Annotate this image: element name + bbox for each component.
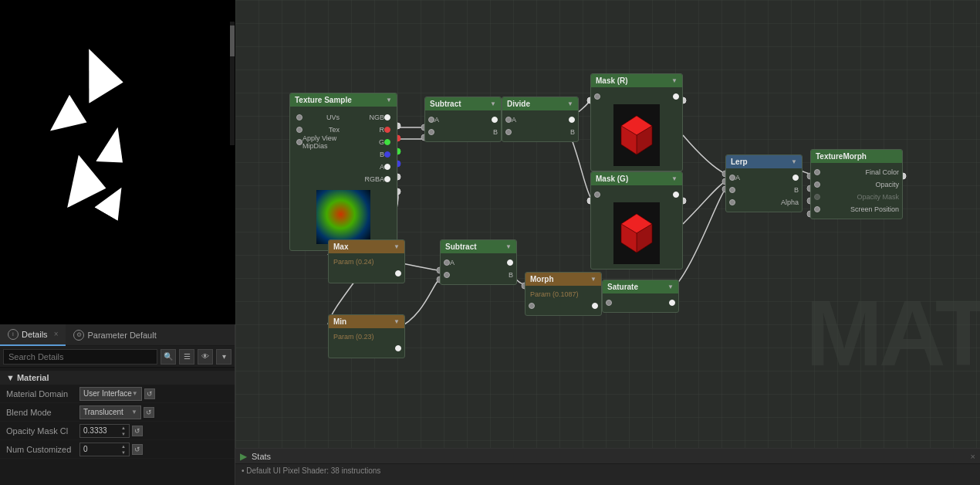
blend-mode-dropdown[interactable]: Translucent ▼ <box>79 405 141 419</box>
morph-pin-om-dot[interactable] <box>814 194 820 200</box>
node-texture-morph-header[interactable]: TextureMorph <box>811 150 902 163</box>
sub2-pin-b: B <box>441 269 516 281</box>
sub2-pin-a-dot[interactable] <box>444 259 450 266</box>
min-out-dot[interactable] <box>395 345 401 351</box>
spinner-up[interactable]: ▲ <box>121 425 126 431</box>
node-lerp[interactable]: Lerp ▼ A B Alpha <box>725 154 803 212</box>
pin-g-dot[interactable] <box>384 139 390 145</box>
node-min-header[interactable]: Min ▼ <box>329 315 404 328</box>
opacity-mask-spinner[interactable]: ▲ ▼ <box>121 425 126 437</box>
divide-pin-a-dot[interactable] <box>505 117 512 123</box>
pin-b-dot[interactable] <box>384 151 390 158</box>
mask-g-out-dot[interactable] <box>673 192 679 198</box>
lerp-pin-a-dot[interactable] <box>729 175 735 181</box>
node-mask-g-header[interactable]: Mask (G) ▼ <box>591 172 682 185</box>
node-subtract-2-header[interactable]: Subtract ▼ <box>441 240 516 253</box>
canvas-area[interactable]: MAT <box>235 0 980 448</box>
mask-r-out-dot[interactable] <box>673 93 679 100</box>
mask-g-input-dot[interactable] <box>594 192 600 198</box>
node-mask-r-header[interactable]: Mask (R) ▼ <box>591 74 682 87</box>
spinner-down[interactable]: ▼ <box>121 431 126 437</box>
node-texture-sample[interactable]: Texture Sample ▼ UVs Tex Apply View Mi <box>289 93 397 251</box>
shape-2 <box>50 93 89 135</box>
mask-r-input-dot[interactable] <box>594 93 600 100</box>
material-domain-dropdown[interactable]: User Interface ▼ <box>79 387 142 401</box>
node-subtract-1-header[interactable]: Subtract ▼ <box>425 97 501 110</box>
sub1-pin-b-dot[interactable] <box>428 129 434 135</box>
sub1-pin-a-dot[interactable] <box>428 117 434 123</box>
node-saturate-header[interactable]: Saturate ▼ <box>603 280 678 293</box>
lerp-out-dot[interactable] <box>792 175 799 181</box>
search-input[interactable] <box>3 349 157 365</box>
node-texture-sample-header[interactable]: Texture Sample ▼ <box>290 93 397 107</box>
node-mask-r[interactable]: Mask (R) ▼ <box>590 73 683 171</box>
morph-arrow[interactable]: ▼ <box>590 276 596 283</box>
node-divide-header[interactable]: Divide ▼ <box>502 97 578 110</box>
divide-out-dot[interactable] <box>569 117 575 123</box>
node-subtract-2[interactable]: Subtract ▼ A B <box>440 239 517 285</box>
shape-1 <box>69 40 131 107</box>
node-min[interactable]: Min ▼ Param (0.23) <box>328 314 405 358</box>
node-morph[interactable]: Morph ▼ Param (0.1087) <box>525 272 602 316</box>
morph-out-dot[interactable] <box>592 303 598 309</box>
pin-ngb-dot[interactable] <box>384 114 390 120</box>
pin-tex-dot[interactable] <box>296 127 302 133</box>
tab-details[interactable]: i Details × <box>0 324 66 346</box>
node-subtract-1[interactable]: Subtract ▼ A B <box>424 97 502 142</box>
mask-r-arrow[interactable]: ▼ <box>671 77 678 84</box>
spinner-up-2[interactable]: ▲ <box>121 443 126 449</box>
node-mask-g[interactable]: Mask (G) ▼ <box>590 171 683 270</box>
eye-button[interactable]: 👁 <box>198 349 213 365</box>
node-lerp-header[interactable]: Lerp ▼ <box>726 155 802 168</box>
lerp-arrow[interactable]: ▼ <box>791 158 797 165</box>
opacity-mask-reset[interactable]: ↺ <box>132 426 143 436</box>
spinner-down-2[interactable]: ▼ <box>121 449 126 456</box>
pin-uvs-dot[interactable] <box>296 114 302 120</box>
tab-details-close[interactable]: × <box>54 330 59 338</box>
morph-pin-op-dot[interactable] <box>814 181 820 188</box>
tab-parameter-default[interactable]: ⚙ Parameter Default <box>66 324 164 346</box>
sub2-pin-b-dot[interactable] <box>444 272 450 278</box>
sub1-out-dot[interactable] <box>492 117 498 123</box>
sub2-out-dot[interactable] <box>507 259 513 266</box>
morph-pin-sp-dot[interactable] <box>814 206 820 212</box>
morph-in-dot[interactable] <box>529 303 535 309</box>
subtract-1-arrow[interactable]: ▼ <box>490 100 496 107</box>
node-texture-morph[interactable]: TextureMorph Final Color Opacity Opacity… <box>810 149 903 219</box>
saturate-arrow[interactable]: ▼ <box>667 283 674 290</box>
max-arrow[interactable]: ▼ <box>394 243 400 250</box>
mask-g-arrow[interactable]: ▼ <box>671 175 678 182</box>
subtract-2-arrow[interactable]: ▼ <box>505 243 512 250</box>
pin-apply-mip-dot[interactable] <box>296 139 302 145</box>
divide-pin-b-dot[interactable] <box>505 129 512 135</box>
scroll-thumb[interactable] <box>230 25 235 56</box>
scroll-indicator[interactable] <box>230 22 235 145</box>
lerp-pin-b-dot[interactable] <box>729 187 735 193</box>
num-customized-input[interactable]: 0 ▲ ▼ <box>79 443 130 456</box>
saturate-in-dot[interactable] <box>606 300 612 306</box>
num-customized-spinner[interactable]: ▲ ▼ <box>121 443 126 456</box>
more-button[interactable]: ▾ <box>216 349 231 365</box>
saturate-out-dot[interactable] <box>669 300 675 306</box>
list-view-button[interactable]: ☰ <box>179 349 194 365</box>
min-arrow[interactable]: ▼ <box>394 318 400 325</box>
pin-a-dot[interactable] <box>384 164 390 170</box>
max-out-dot[interactable] <box>395 270 401 276</box>
stats-close-button[interactable]: × <box>971 452 975 461</box>
morph-pin-fc-dot[interactable] <box>814 169 820 175</box>
pin-rgba-dot[interactable] <box>384 176 390 182</box>
node-max[interactable]: Max ▼ Param (0.24) <box>328 239 405 283</box>
expand-arrow[interactable]: ▼ <box>386 97 392 103</box>
lerp-pin-alpha-dot[interactable] <box>729 199 735 205</box>
material-domain-reset[interactable]: ↺ <box>144 388 155 399</box>
node-max-header[interactable]: Max ▼ <box>329 240 404 253</box>
node-saturate[interactable]: Saturate ▼ <box>602 280 679 313</box>
blend-mode-reset[interactable]: ↺ <box>144 407 154 418</box>
node-divide[interactable]: Divide ▼ A B <box>502 97 579 142</box>
num-customized-reset[interactable]: ↺ <box>132 444 143 455</box>
pin-r-dot[interactable] <box>384 127 390 133</box>
divide-arrow[interactable]: ▼ <box>567 100 573 107</box>
node-morph-header[interactable]: Morph ▼ <box>525 273 601 286</box>
opacity-mask-input[interactable]: 0.3333 ▲ ▼ <box>79 424 130 438</box>
search-button[interactable]: 🔍 <box>161 349 176 365</box>
